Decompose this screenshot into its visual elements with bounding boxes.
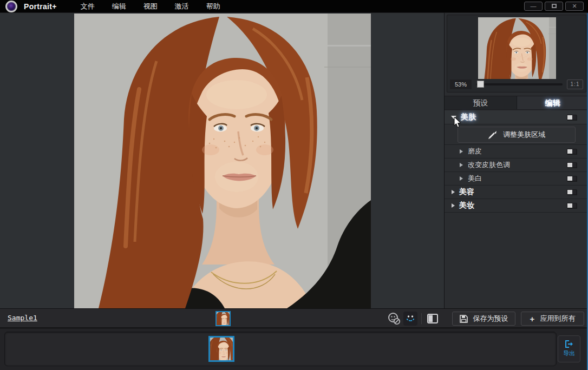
navigator-panel: 53% 1:1 — [447, 15, 586, 93]
app-window: Portrait+ 文件 编辑 视图 激活 帮助 — ✕ 53% — [0, 0, 588, 370]
menu-edit[interactable]: 编辑 — [103, 0, 135, 13]
status-toolbar: Sample1 — [0, 308, 588, 328]
mouse-cursor — [454, 117, 461, 128]
tab-edit[interactable]: 编辑 — [517, 96, 588, 109]
section-makeup[interactable]: 美妆 — [445, 199, 588, 213]
navigator-thumbnail[interactable] — [478, 17, 556, 79]
tab-presets[interactable]: 预设 — [445, 96, 517, 109]
section-toggle[interactable] — [567, 115, 577, 120]
maximize-icon — [552, 4, 557, 8]
section-toggle[interactable] — [567, 149, 577, 154]
zoom-slider-handle[interactable] — [477, 81, 484, 88]
right-panel: 53% 1:1 预设 编辑 美肤 — [444, 13, 588, 308]
export-label: 导出 — [563, 349, 575, 358]
face-detect-off-icon[interactable] — [388, 312, 401, 325]
floppy-disk-icon — [460, 315, 468, 323]
app-title: Portrait+ — [24, 2, 57, 11]
section-skin-tone[interactable]: 改变皮肤色调 — [445, 158, 588, 172]
filename-label[interactable]: Sample1 — [8, 314, 37, 322]
menu-file[interactable]: 文件 — [72, 0, 103, 13]
menu-view[interactable]: 视图 — [135, 0, 166, 13]
toggle-knob — [567, 149, 572, 154]
export-icon — [565, 340, 573, 348]
menubar: Portrait+ 文件 编辑 视图 激活 帮助 — ✕ — [0, 0, 588, 13]
photo-canvas[interactable] — [0, 13, 444, 308]
section-toggle[interactable] — [567, 176, 577, 181]
filmstrip: 导出 — [0, 328, 588, 370]
plus-icon: + — [530, 315, 535, 323]
section-label: 改变皮肤色调 — [468, 160, 510, 170]
section-toggle[interactable] — [567, 189, 577, 195]
chevron-right-icon — [460, 149, 463, 154]
section-list: 美肤 调整美肤区域 磨皮 — [445, 111, 588, 213]
split-view-icon[interactable] — [426, 312, 439, 325]
toggle-knob — [567, 203, 572, 208]
menu-items: 文件 编辑 视图 激活 帮助 — [72, 0, 229, 13]
zoom-slider[interactable] — [476, 83, 563, 85]
adjust-area-row: 调整美肤区域 — [445, 124, 588, 145]
section-toggle[interactable] — [567, 162, 577, 168]
panel-tabs: 预设 编辑 — [445, 96, 588, 110]
main-content: 53% 1:1 预设 编辑 美肤 — [0, 13, 588, 308]
section-beauty[interactable]: 美容 — [445, 186, 588, 199]
section-toggle[interactable] — [567, 203, 577, 208]
section-skin-beautify[interactable]: 美肤 — [445, 111, 588, 124]
chevron-right-icon — [452, 203, 455, 208]
app-logo-icon — [5, 1, 17, 12]
chevron-right-icon — [460, 163, 463, 167]
section-smooth-skin[interactable]: 磨皮 — [445, 145, 588, 158]
section-label: 美容 — [459, 187, 474, 197]
section-label: 美白 — [468, 174, 482, 183]
filmstrip-tray — [4, 332, 557, 366]
export-button[interactable]: 导出 — [558, 335, 580, 362]
navigator-controls: 53% 1:1 — [450, 79, 583, 90]
one-to-one-button[interactable]: 1:1 — [567, 80, 583, 89]
section-whitening[interactable]: 美白 — [445, 172, 588, 186]
filmstrip-thumbnail[interactable] — [208, 336, 234, 362]
smiley-points-icon — [405, 313, 416, 324]
section-label: 磨皮 — [468, 147, 482, 156]
toolbar-divider — [421, 313, 422, 324]
minimize-button[interactable]: — — [524, 2, 543, 11]
face-landmarks-button[interactable] — [403, 312, 417, 326]
apply-to-all-button[interactable]: + 应用到所有 — [521, 312, 584, 326]
save-preset-button[interactable]: 保存为预设 — [452, 312, 515, 326]
toggle-knob — [567, 176, 572, 181]
brush-icon — [488, 130, 498, 139]
menu-help[interactable]: 帮助 — [198, 0, 229, 13]
toggle-knob — [567, 163, 572, 167]
zoom-percent: 53% — [450, 80, 472, 89]
chevron-right-icon — [460, 176, 463, 181]
adjust-skin-area-label: 调整美肤区域 — [503, 130, 545, 140]
menu-activate[interactable]: 激活 — [166, 0, 198, 13]
close-button[interactable]: ✕ — [565, 2, 584, 11]
save-preset-label: 保存为预设 — [473, 314, 508, 323]
section-label: 美妆 — [459, 201, 474, 210]
chevron-right-icon — [452, 190, 455, 194]
section-label: 美肤 — [461, 113, 476, 122]
maximize-button[interactable] — [545, 2, 563, 11]
apply-to-all-label: 应用到所有 — [540, 314, 575, 323]
toggle-knob — [567, 190, 572, 194]
toggle-knob — [567, 115, 572, 120]
portrait-photo[interactable] — [74, 14, 371, 308]
window-controls: — ✕ — [524, 2, 584, 11]
adjust-skin-area-button[interactable]: 调整美肤区域 — [458, 127, 576, 143]
active-image-thumbnail[interactable] — [215, 311, 231, 326]
